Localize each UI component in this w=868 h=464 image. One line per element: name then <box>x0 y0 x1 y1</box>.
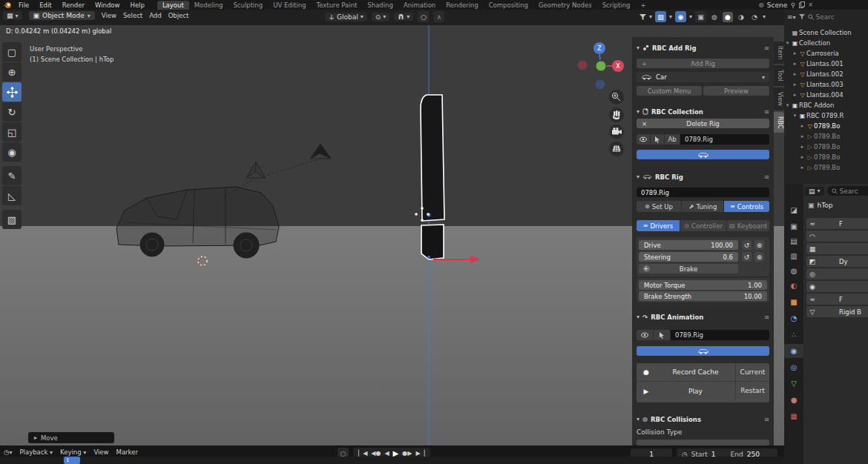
workspace-tab-scripting[interactable]: Scripting <box>597 1 636 10</box>
transform-orientation-dropdown[interactable]: Global ▾ <box>325 13 367 21</box>
shading-solid-button[interactable]: ● <box>723 12 733 22</box>
sidebar-tab-item[interactable]: Item <box>774 42 784 64</box>
tab-object-data[interactable]: ▽ <box>784 377 803 391</box>
selectability-toggle[interactable] <box>654 330 671 340</box>
display-mode-dropdown[interactable]: ≡▾ <box>787 13 796 21</box>
preview-button[interactable]: Preview <box>703 86 769 96</box>
tab-drivers[interactable]: ≡Drivers <box>637 220 680 231</box>
gizmo-center[interactable] <box>596 61 606 71</box>
menu-render[interactable]: Render <box>57 1 90 9</box>
physics-collision-button[interactable]: ◠ <box>806 231 868 242</box>
menu-viewport-object[interactable]: Object <box>168 12 189 19</box>
workspace-tab-modeling[interactable]: Modeling <box>189 1 228 10</box>
next-keyframe-button[interactable]: ●▶ <box>402 450 412 457</box>
snap-dropdown[interactable]: ▾ <box>394 13 413 21</box>
panel-menu-icon[interactable]: ≡ <box>764 173 769 181</box>
menu-file[interactable]: File <box>13 1 34 9</box>
collision-type-row-clipped[interactable] <box>637 440 769 445</box>
outliner-row-0789-item[interactable]: ▸▷0789.Bo <box>784 142 868 152</box>
tab-modifiers[interactable]: ◔ <box>784 311 803 325</box>
menu-viewport-add[interactable]: Add <box>149 12 161 19</box>
tab-physics[interactable]: ◉ <box>784 344 803 358</box>
workspace-tab-shading[interactable]: Shading <box>362 1 398 10</box>
properties-editor-type-button[interactable]: ▤ ▾ <box>805 187 824 196</box>
record-cache-button[interactable]: ● Record Cache Current <box>637 363 769 382</box>
panel-menu-icon[interactable]: ≡ <box>764 108 769 116</box>
workspace-tab-compositing[interactable]: Compositing <box>484 1 533 10</box>
record-current-button[interactable]: Current <box>735 363 769 382</box>
anim-select-rig-button[interactable] <box>637 346 769 356</box>
rig-type-dropdown[interactable]: Car ▾ <box>637 72 769 82</box>
tab-view-layer[interactable]: ▥ <box>784 249 803 263</box>
playhead[interactable]: 1 <box>64 457 80 464</box>
sidebar-tab-view[interactable]: View <box>774 87 784 110</box>
filter-dropdown[interactable] <box>799 13 805 21</box>
menu-playback[interactable]: Playback ▾ <box>19 448 53 456</box>
tab-keyboard[interactable]: ▤Keyboard <box>727 220 769 231</box>
outliner-row-0789-item[interactable]: ▸▷0789.Bo <box>784 152 868 162</box>
car-wireframe[interactable] <box>116 187 279 258</box>
workspace-tab-layout[interactable]: Layout <box>157 1 189 10</box>
outliner-row-scene-collection[interactable]: ▦Scene Collection <box>784 27 868 38</box>
delete-rig-button[interactable]: × Delete Rig <box>637 119 769 128</box>
menu-marker[interactable]: Marker <box>116 448 138 456</box>
menu-edit[interactable]: Edit <box>34 1 56 9</box>
steering-reset-button[interactable]: ↺ <box>742 252 752 262</box>
show-gizmos-icon[interactable] <box>640 14 646 20</box>
select-box-tool[interactable]: ▢ <box>2 42 22 62</box>
brake-strength-slider[interactable]: Brake Strength10.00 <box>639 291 767 301</box>
scene-name[interactable]: Scene <box>767 1 787 9</box>
cursor-tool[interactable]: ⊕ <box>2 62 22 82</box>
outliner-row-llantas-003[interactable]: ▸▽Llantas.003 <box>784 79 868 90</box>
timeline-editor-type-button[interactable]: ◷▾ <box>4 448 12 456</box>
properties-search-input[interactable]: Searc <box>827 186 868 196</box>
mode-dropdown[interactable]: ▣ Object Mode ▾ <box>29 11 95 20</box>
outliner-row-carroseria[interactable]: ▸▽Carroseria <box>784 48 868 59</box>
outliner-row-0789-item[interactable]: ▸▷0789.Bo <box>784 131 868 142</box>
outliner-row-llantas-002[interactable]: ▸▽Llantas.002 <box>784 69 868 79</box>
menu-timeline-view[interactable]: View <box>93 448 108 456</box>
steering-slider[interactable]: Steering0.6 <box>639 252 738 262</box>
physics-force-field-button[interactable]: ≈F <box>806 218 868 229</box>
unlink-scene-icon[interactable]: × <box>808 1 813 8</box>
outliner-row-0789-item[interactable]: ▸▷0789.Bo <box>784 162 868 173</box>
drive-reset-button[interactable]: ↺ <box>742 240 752 250</box>
section-rbc-rig[interactable]: ▾ RBC Rig ≡ <box>637 171 769 182</box>
tab-render[interactable]: ▣ <box>784 219 803 233</box>
outliner-search-input[interactable]: Searc <box>808 13 835 21</box>
sidebar-tab-tool[interactable]: Tool <box>774 65 784 86</box>
add-cube-tool[interactable]: ▧ <box>2 210 22 229</box>
brake-button[interactable]: + Brake <box>639 264 738 274</box>
tab-tuning[interactable]: Tuning <box>682 201 724 212</box>
falloff-icon[interactable]: ∧ <box>433 11 444 22</box>
tab-world[interactable]: ◐ <box>784 279 803 293</box>
menu-viewport-view[interactable]: View <box>102 12 116 19</box>
prev-keyframe-button[interactable]: ◀● <box>371 450 381 457</box>
section-rbc-collisions[interactable]: ▾ ◍ RBC Collisions ≡ <box>637 414 769 425</box>
measure-tool[interactable]: ◺ <box>2 186 22 205</box>
physics-fluid-button[interactable]: ◉ <box>806 281 868 292</box>
tab-controller[interactable]: ◎Controller <box>680 220 727 231</box>
add-rig-button[interactable]: + Add Rig <box>637 59 769 68</box>
scale-tool[interactable]: ◱ <box>2 122 22 142</box>
physics-soft-body-button[interactable]: ◎ <box>806 268 868 279</box>
custom-menu-button[interactable]: Custom Menu <box>637 86 702 96</box>
timeline-ruler[interactable]: 1 <box>0 457 784 464</box>
workspace-tab-sculpting[interactable]: Sculpting <box>228 1 268 10</box>
outliner-row-llantas-004[interactable]: ▸▽Llantas.004 <box>784 90 868 100</box>
render-pass-button[interactable]: ▣ <box>695 11 706 22</box>
rig-name-field[interactable]: 0789.Rig <box>637 188 769 197</box>
rotate-tool[interactable]: ↻ <box>2 102 22 122</box>
xray-toggle[interactable]: ▨ <box>655 11 666 22</box>
menu-viewport-select[interactable]: Select <box>123 12 142 19</box>
physics-cloth-button[interactable]: ▦ <box>806 243 868 254</box>
motor-torque-slider[interactable]: Motor Torque1.00 <box>639 280 767 290</box>
visibility-toggle[interactable] <box>637 330 654 340</box>
transform-tool[interactable]: ◉ <box>2 142 22 162</box>
visibility-toggle[interactable] <box>637 134 651 145</box>
physics-dynamic-paint-button[interactable]: ◩Dy <box>806 256 868 267</box>
tab-object[interactable]: ■ <box>784 295 803 309</box>
panel-menu-icon[interactable]: ≡ <box>764 416 769 423</box>
zoom-button[interactable] <box>609 90 624 105</box>
section-rbc-animation[interactable]: ▾ ↷ RBC Animation ≡ <box>637 311 769 322</box>
